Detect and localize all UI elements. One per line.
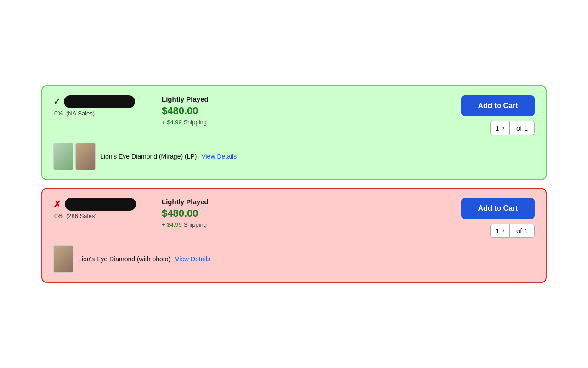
- listing-details-1: Lightly Played $480.00 + $4.99 Shipping: [162, 95, 440, 126]
- listing-details-2: Lightly Played $480.00 + $4.99 Shipping: [162, 198, 440, 228]
- seller-info-1: ✓ 0% (NA Sales): [53, 95, 154, 117]
- shipping-amount-1: $4.99: [167, 119, 182, 126]
- qty-select-1[interactable]: 1: [495, 124, 500, 132]
- view-details-link-2[interactable]: View Details: [175, 255, 210, 263]
- card-item-name-2: Lion's Eye Diamond (with photo): [78, 255, 170, 263]
- quantity-row-1: 1 ▾ of 1: [490, 121, 535, 135]
- shipping-amount-2: $4.99: [167, 221, 182, 228]
- seller-feedback-1: 0%: [54, 110, 63, 117]
- qty-of-2: of 1: [510, 224, 535, 238]
- view-details-link-1[interactable]: View Details: [201, 153, 237, 160]
- add-to-cart-button-2[interactable]: Add to Cart: [461, 198, 535, 219]
- seller-row-1: ✓: [53, 95, 154, 108]
- actions-2: Add to Cart 1 ▾ of 1: [447, 198, 535, 238]
- seller-sales-2: 286 Sales: [68, 213, 95, 219]
- card-thumb-1b: [75, 143, 96, 170]
- chevron-down-icon-1: ▾: [502, 125, 505, 131]
- card-bottom-2: Lion's Eye Diamond (with photo) View Det…: [53, 245, 535, 273]
- listing-card-2: ✗ 0% (286 Sales) Lightly Played $480.00 …: [41, 188, 547, 283]
- shipping-1: + $4.99 Shipping: [162, 119, 440, 126]
- shipping-2: + $4.99 Shipping: [162, 221, 440, 228]
- thumb-image-1a: [54, 143, 73, 170]
- card-thumb-2a: [53, 245, 74, 273]
- card-bottom-1: Lion's Eye Diamond (Mirage) (LP) View De…: [53, 143, 535, 170]
- listings-container: ✓ 0% (NA Sales) Lightly Played $480.00 +…: [41, 85, 547, 283]
- seller-row-2: ✗: [53, 198, 154, 211]
- condition-2: Lightly Played: [162, 198, 440, 206]
- condition-1: Lightly Played: [162, 95, 440, 103]
- qty-select-2[interactable]: 1: [495, 227, 500, 235]
- seller-stats-2: 0% (286 Sales): [54, 213, 154, 219]
- price-1: $480.00: [162, 105, 440, 117]
- seller-info-2: ✗ 0% (286 Sales): [53, 198, 154, 219]
- card-thumbnails-1: [53, 143, 96, 170]
- actions-1: Add to Cart 1 ▾ of 1: [447, 95, 535, 135]
- quantity-row-2: 1 ▾ of 1: [490, 224, 535, 238]
- card-thumbnails-2: [53, 245, 74, 273]
- add-to-cart-button-1[interactable]: Add to Cart: [461, 95, 535, 116]
- thumb-image-2a: [54, 246, 73, 272]
- card-top-1: ✓ 0% (NA Sales) Lightly Played $480.00 +…: [53, 95, 535, 135]
- card-top-2: ✗ 0% (286 Sales) Lightly Played $480.00 …: [53, 198, 535, 238]
- qty-of-1: of 1: [510, 121, 535, 135]
- card-thumb-1a: [53, 143, 74, 170]
- chevron-down-icon-2: ▾: [502, 228, 505, 234]
- seller-sales-1: NA Sales: [68, 110, 92, 117]
- check-icon: ✓: [53, 97, 60, 107]
- x-icon: ✗: [53, 199, 61, 210]
- seller-name-bar-2: [65, 198, 136, 211]
- card-item-name-1: Lion's Eye Diamond (Mirage) (LP): [100, 153, 197, 160]
- price-2: $480.00: [162, 207, 440, 219]
- seller-stats-1: 0% (NA Sales): [54, 110, 154, 117]
- thumb-image-1b: [76, 143, 95, 170]
- qty-select-wrapper-1[interactable]: 1 ▾: [490, 121, 510, 135]
- listing-card-1: ✓ 0% (NA Sales) Lightly Played $480.00 +…: [41, 85, 547, 180]
- qty-select-wrapper-2[interactable]: 1 ▾: [490, 224, 510, 238]
- seller-feedback-2: 0%: [54, 213, 63, 219]
- seller-name-bar-1: [64, 95, 135, 108]
